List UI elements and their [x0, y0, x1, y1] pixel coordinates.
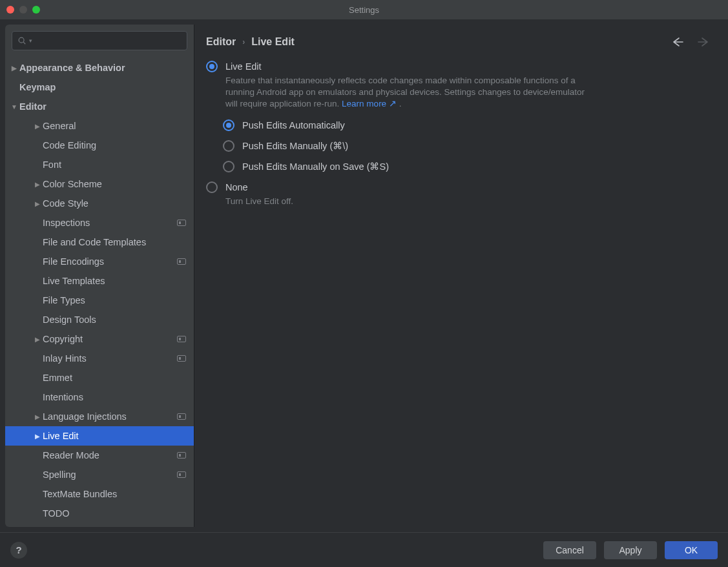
tree-item[interactable]: Spelling	[5, 465, 194, 484]
radio-icon	[223, 119, 234, 131]
tree-item[interactable]: ▶Color Scheme	[5, 174, 194, 194]
radio-icon	[206, 181, 218, 193]
tree-item[interactable]: Live Templates	[5, 271, 194, 291]
tree-item-label: Appearance & Behavior	[19, 63, 186, 73]
tree-item-label: TextMate Bundles	[43, 489, 186, 499]
tree-item-label: File and Code Templates	[43, 237, 186, 247]
live-edit-description: Feature that instantaneously reflects co…	[225, 75, 587, 110]
titlebar: Settings	[0, 0, 728, 19]
radio-label: Live Edit	[225, 61, 262, 72]
body: ▾ ▶Appearance & BehaviorKeymap▼Editor▶Ge…	[0, 19, 728, 532]
tree-item[interactable]: File and Code Templates	[5, 232, 194, 252]
tree-item-label: General	[43, 121, 186, 131]
project-scope-icon	[177, 452, 186, 459]
tree-item-label: Inspections	[43, 218, 173, 228]
svg-point-0	[19, 37, 24, 43]
tree-item[interactable]: Design Tools	[5, 310, 194, 329]
tree-item[interactable]: Reader Mode	[5, 446, 194, 465]
nav-arrows	[671, 37, 710, 47]
help-button[interactable]: ?	[10, 542, 27, 559]
tree-item[interactable]: ▶Code Style	[5, 194, 194, 213]
chevron-right-icon: ›	[242, 37, 245, 46]
breadcrumb-current: Live Edit	[251, 36, 295, 48]
radio-label: Push Edits Manually (⌘\)	[242, 141, 348, 151]
svg-line-1	[23, 42, 25, 44]
chevron-right-icon: ▶	[32, 123, 43, 130]
tree-item[interactable]: ▶Live Edit	[5, 426, 194, 446]
tree-item-label: Code Editing	[43, 140, 186, 150]
minimize-window-button[interactable]	[19, 6, 27, 14]
chevron-right-icon: ▶	[32, 181, 43, 188]
external-link-icon: ↗	[389, 99, 397, 108]
radio-push-mode[interactable]: Push Edits Manually on Save (⌘S)	[223, 161, 710, 172]
tree-item-label: File Encodings	[43, 256, 173, 267]
settings-tree[interactable]: ▶Appearance & BehaviorKeymap▼Editor▶Gene…	[5, 56, 194, 527]
tree-item-label: Design Tools	[43, 314, 186, 325]
tree-item-label: Live Edit	[43, 431, 186, 441]
content: Live Edit Feature that instantaneously r…	[194, 57, 723, 527]
tree-item-label: TODO	[43, 508, 186, 519]
tree-item[interactable]: File Encodings	[5, 252, 194, 271]
tree-item[interactable]: Intentions	[5, 387, 194, 407]
footer: ? Cancel Apply OK	[0, 532, 728, 567]
apply-button[interactable]: Apply	[604, 541, 657, 559]
main-header: Editor › Live Edit	[194, 25, 723, 57]
tree-item-label: Spelling	[43, 469, 173, 480]
tree-item[interactable]: ▼Editor	[5, 97, 194, 116]
chevron-right-icon: ▶	[32, 336, 43, 343]
tree-item-label: Editor	[19, 101, 186, 112]
tree-item[interactable]: TextMate Bundles	[5, 484, 194, 504]
tree-item-label: Language Injections	[43, 411, 173, 422]
radio-none[interactable]: None	[206, 181, 710, 193]
chevron-right-icon: ▶	[9, 65, 19, 72]
search-input[interactable]	[35, 36, 182, 46]
push-modes-group: Push Edits AutomaticallyPush Edits Manua…	[223, 119, 710, 172]
radio-label: None	[225, 182, 248, 192]
tree-item[interactable]: TODO	[5, 504, 194, 523]
sidebar: ▾ ▶Appearance & BehaviorKeymap▼Editor▶Ge…	[5, 25, 194, 527]
tree-item[interactable]: Inspections	[5, 213, 194, 232]
tree-item[interactable]: Font	[5, 155, 194, 174]
tree-item[interactable]: Code Editing	[5, 136, 194, 155]
tree-item[interactable]: Inlay Hints	[5, 349, 194, 368]
tree-item[interactable]: Keymap	[5, 77, 194, 97]
radio-icon	[206, 61, 218, 72]
nav-back-button[interactable]	[671, 37, 684, 47]
project-scope-icon	[177, 336, 186, 342]
radio-push-mode[interactable]: Push Edits Automatically	[223, 119, 710, 131]
tree-item[interactable]: File Types	[5, 291, 194, 310]
radio-label: Push Edits Automatically	[242, 120, 345, 130]
main-panel: Editor › Live Edit Live Edit	[194, 25, 723, 527]
search-icon	[17, 36, 26, 45]
chevron-right-icon: ▶	[32, 433, 43, 440]
tree-item[interactable]: ▶Appearance & Behavior	[5, 58, 194, 77]
tree-item-label: Inlay Hints	[43, 353, 173, 364]
nav-forward-button	[697, 37, 710, 47]
tree-item[interactable]: ▶General	[5, 116, 194, 136]
tree-item-label: File Types	[43, 295, 186, 305]
radio-live-edit[interactable]: Live Edit	[206, 61, 710, 72]
search-box[interactable]: ▾	[12, 31, 187, 50]
breadcrumb-parent[interactable]: Editor	[206, 36, 236, 48]
window-controls	[0, 6, 40, 14]
learn-more-link[interactable]: Learn more ↗	[342, 99, 397, 108]
project-scope-icon	[177, 413, 186, 420]
tree-item-label: Font	[43, 160, 186, 170]
tree-item[interactable]: ▶Copyright	[5, 329, 194, 349]
tree-item-label: Intentions	[43, 392, 186, 402]
cancel-button[interactable]: Cancel	[543, 541, 596, 559]
ok-button[interactable]: OK	[665, 541, 718, 559]
close-window-button[interactable]	[6, 6, 14, 14]
tree-item-label: Copyright	[43, 334, 173, 344]
project-scope-icon	[177, 355, 186, 362]
tree-item[interactable]: Emmet	[5, 368, 194, 387]
tree-item[interactable]: ▶Language Injections	[5, 407, 194, 426]
project-scope-icon	[177, 258, 186, 265]
project-scope-icon	[177, 471, 186, 478]
tree-item-label: Code Style	[43, 198, 186, 209]
zoom-window-button[interactable]	[32, 6, 40, 14]
radio-label: Push Edits Manually on Save (⌘S)	[242, 161, 389, 172]
option-none: None Turn Live Edit off.	[206, 181, 710, 207]
tree-item-label: Emmet	[43, 373, 186, 383]
radio-push-mode[interactable]: Push Edits Manually (⌘\)	[223, 140, 710, 152]
